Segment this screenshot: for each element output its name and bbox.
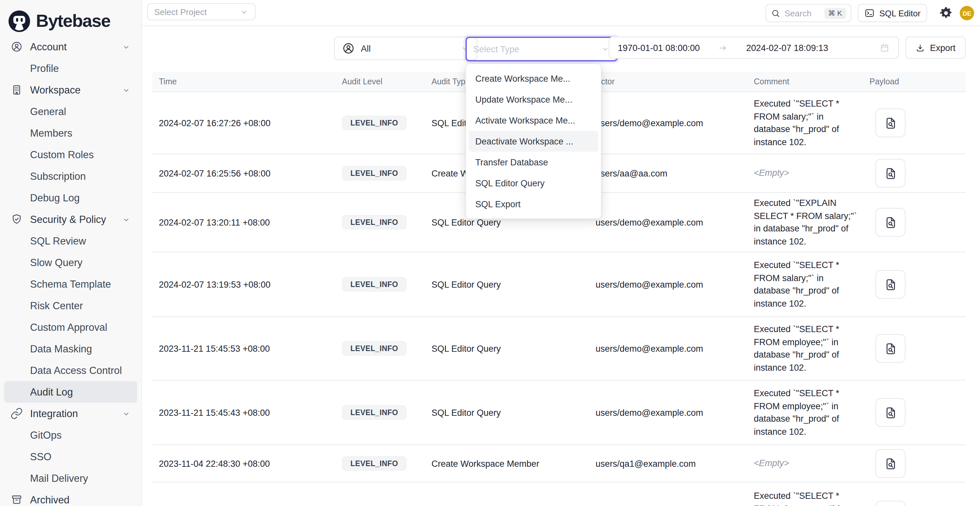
bytebase-app: Bytebase Account Profile Workspace Gener…	[0, 0, 980, 506]
menu-item-create-workspace-member[interactable]: Create Workspace Me...	[469, 68, 598, 89]
sql-editor-button[interactable]: SQL Editor	[858, 4, 927, 22]
payload-cell	[863, 334, 966, 363]
menu-item-update-workspace-member[interactable]: Update Workspace Me...	[469, 89, 598, 110]
audit-comment: Executed `"SELECT * FROM salary;"` in da…	[747, 97, 863, 148]
sidebar-section-security-policy[interactable]: Security & Policy	[4, 208, 137, 230]
payload-cell	[863, 501, 966, 506]
sidebar-item-schema-template[interactable]: Schema Template	[4, 273, 137, 295]
audit-level-cell: LEVEL_INFO	[336, 456, 425, 471]
audit-level-cell: LEVEL_INFO	[336, 341, 425, 356]
bytebase-logo-icon	[8, 10, 30, 32]
audit-time: 2024-02-07 13:20:11 +08:00	[152, 217, 336, 227]
arrow-right-icon	[718, 43, 728, 53]
sidebar-item-risk-center[interactable]: Risk Center	[4, 295, 137, 317]
column-header-actor: Actor	[589, 77, 747, 86]
sidebar-item-sql-review[interactable]: SQL Review	[4, 230, 137, 252]
audit-comment: Executed `"SELECT * FROM department;"` i…	[747, 490, 863, 506]
date-from[interactable]: 1970-01-01 08:00:00	[618, 43, 700, 53]
audit-comment: Executed `"SELECT * FROM employee;"` in …	[747, 387, 863, 438]
sidebar-item-subscription[interactable]: Subscription	[4, 165, 137, 187]
building-icon	[10, 84, 23, 96]
sidebar-section-integration[interactable]: Integration	[4, 403, 137, 424]
sidebar-item-custom-roles[interactable]: Custom Roles	[4, 144, 137, 165]
menu-item-transfer-database[interactable]: Transfer Database	[469, 152, 598, 173]
project-select[interactable]: Select Project	[147, 3, 256, 20]
view-payload-button[interactable]	[875, 159, 905, 188]
column-header-audit-level: Audit Level	[336, 77, 425, 86]
table-row: 2023-11-21 15:45:53 +08:00 LEVEL_INFO SQ…	[152, 317, 966, 380]
sidebar-section-account[interactable]: Account	[4, 36, 137, 57]
audit-type: SQL Editor Query	[425, 344, 589, 353]
view-payload-button[interactable]	[875, 501, 905, 506]
view-payload-button[interactable]	[875, 208, 905, 237]
menu-item-activate-workspace-member[interactable]: Activate Workspace Me...	[469, 110, 598, 131]
sidebar-item-sso[interactable]: SSO	[4, 446, 137, 468]
audit-level-cell: LEVEL_INFO	[336, 277, 425, 291]
table-row: 2023-11-04 01:26:24 +08:00 LEVEL_INFO SQ…	[152, 482, 966, 506]
file-search-icon	[884, 215, 897, 229]
sidebar-item-data-access-control[interactable]: Data Access Control	[4, 360, 137, 381]
audit-actor: users/demo@example.com	[589, 217, 747, 227]
view-payload-button[interactable]	[875, 334, 905, 363]
type-filter-menu: Create Workspace Me... Update Workspace …	[466, 64, 601, 219]
sidebar: Bytebase Account Profile Workspace Gener…	[0, 0, 142, 506]
audit-level-badge: LEVEL_INFO	[342, 277, 407, 291]
chevron-down-icon	[122, 42, 131, 51]
type-filter-select[interactable]: Select Type	[466, 37, 618, 62]
sidebar-section-workspace[interactable]: Workspace	[4, 79, 137, 101]
user-circle-icon	[342, 42, 355, 55]
audit-time: 2024-02-07 16:25:56 +08:00	[152, 168, 336, 178]
audit-comment: Executed `"EXPLAIN SELECT * FROM salary;…	[747, 197, 863, 248]
sidebar-item-custom-approval[interactable]: Custom Approval	[4, 317, 137, 338]
sidebar-item-debug-log[interactable]: Debug Log	[4, 187, 137, 208]
view-payload-button[interactable]	[875, 108, 905, 137]
sidebar-item-mail-delivery[interactable]: Mail Delivery	[4, 468, 137, 489]
view-payload-button[interactable]	[875, 270, 905, 299]
settings-gear-icon[interactable]	[939, 6, 953, 20]
sidebar-item-audit-log[interactable]: Audit Log	[4, 381, 137, 403]
sidebar-item-general[interactable]: General	[4, 101, 137, 122]
user-avatar[interactable]: DE	[960, 6, 974, 20]
file-search-icon	[884, 116, 897, 130]
audit-actor: users/aa@aa.com	[589, 168, 747, 178]
audit-type: SQL Editor Query	[425, 280, 589, 289]
date-range-picker[interactable]: 1970-01-01 08:00:00 2024-02-07 18:09:13	[609, 37, 899, 59]
table-row: 2023-11-04 22:48:30 +08:00 LEVEL_INFO Cr…	[152, 445, 966, 482]
sidebar-section-archived[interactable]: Archived	[4, 489, 137, 506]
view-payload-button[interactable]	[875, 398, 905, 427]
audit-time: 2024-02-07 13:19:53 +08:00	[152, 280, 336, 289]
audit-level-badge: LEVEL_INFO	[342, 215, 407, 229]
audit-actor: users/demo@example.com	[589, 118, 747, 128]
sidebar-item-profile[interactable]: Profile	[4, 57, 137, 79]
terminal-icon	[864, 8, 875, 18]
date-to[interactable]: 2024-02-07 18:09:13	[746, 43, 828, 53]
sidebar-nav: Account Profile Workspace General Member…	[0, 36, 141, 506]
audit-actor: users/demo@example.com	[589, 344, 747, 353]
topbar: Select Project Search ⌘ K SQL Editor DE	[142, 0, 980, 26]
payload-cell	[863, 398, 966, 427]
payload-cell	[863, 270, 966, 299]
sidebar-item-members[interactable]: Members	[4, 122, 137, 144]
actor-filter-select[interactable]: All	[334, 37, 477, 60]
bytebase-logo[interactable]: Bytebase	[0, 0, 141, 37]
chevron-down-icon	[122, 85, 131, 94]
sidebar-item-gitops[interactable]: GitOps	[4, 424, 137, 446]
audit-actor: users/demo@example.com	[589, 407, 747, 417]
sidebar-item-data-masking[interactable]: Data Masking	[4, 338, 137, 360]
menu-item-sql-editor-query[interactable]: SQL Editor Query	[469, 173, 598, 194]
audit-actor: users/qa1@example.com	[589, 458, 747, 468]
audit-type: Create Workspace Member	[425, 458, 589, 468]
sidebar-item-slow-query[interactable]: Slow Query	[4, 252, 137, 273]
menu-item-deactivate-workspace-member[interactable]: Deactivate Workspace ...	[469, 131, 598, 152]
audit-time: 2023-11-21 15:45:43 +08:00	[152, 407, 336, 417]
audit-type: SQL Editor Query	[425, 407, 589, 417]
menu-item-sql-export[interactable]: SQL Export	[469, 194, 598, 215]
shield-check-icon	[10, 213, 23, 226]
export-button[interactable]: Export	[905, 37, 966, 59]
payload-cell	[863, 208, 966, 237]
audit-level-badge: LEVEL_INFO	[342, 116, 407, 130]
table-row: 2024-02-07 13:19:53 +08:00 LEVEL_INFO SQ…	[152, 252, 966, 317]
archive-icon	[10, 493, 23, 506]
search-input[interactable]: Search ⌘ K	[765, 4, 851, 22]
view-payload-button[interactable]	[875, 449, 905, 478]
